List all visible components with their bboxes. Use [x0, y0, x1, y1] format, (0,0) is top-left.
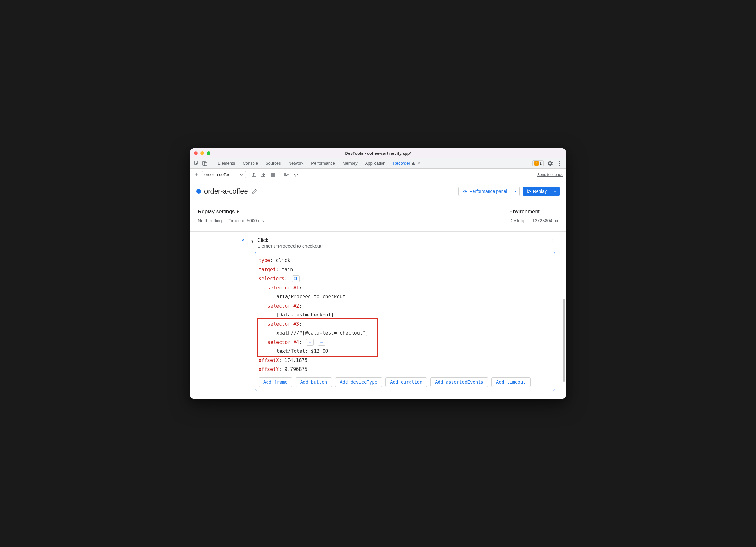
replay-button[interactable]: Replay [523, 187, 551, 196]
performance-panel-dropdown[interactable] [511, 187, 520, 196]
replay-dropdown[interactable] [551, 187, 560, 196]
replay-settings-label: Replay settings [198, 209, 235, 215]
traffic-lights [194, 151, 210, 155]
add-duration-button[interactable]: Add duration [385, 377, 427, 387]
svg-point-4 [559, 163, 560, 164]
svg-point-6 [296, 176, 296, 176]
scrollbar-thumb[interactable] [563, 299, 565, 382]
replay-settings-detail: No throttling Timeout: 5000 ms [198, 218, 264, 223]
close-window-button[interactable] [194, 151, 198, 155]
warning-count: 1 [539, 161, 542, 166]
sel3-key: selector #3 [267, 321, 299, 327]
selector-1-row: selector #1: [259, 283, 552, 293]
add-timeout-button[interactable]: Add timeout [491, 377, 531, 387]
tab-more[interactable]: » [424, 158, 434, 168]
target-val[interactable]: main [282, 267, 293, 273]
selector-2-val[interactable]: [data-test=checkout] [259, 310, 552, 320]
selector-4-val[interactable]: text/Total: $12.00 [259, 347, 552, 356]
selector-3-val[interactable]: xpath///*[@data-test="checkout"] [259, 329, 552, 338]
play-slow-icon[interactable] [283, 172, 290, 178]
tab-performance[interactable]: Performance [307, 158, 339, 168]
tab-close-icon[interactable]: × [418, 161, 420, 166]
tab-application[interactable]: Application [361, 158, 389, 168]
add-assertedevents-button[interactable]: Add assertedEvents [430, 377, 488, 387]
selector-2-row: selector #2: [259, 302, 552, 311]
playback-group [281, 171, 302, 178]
recording-header-left: order-a-coffee [196, 187, 258, 195]
add-properties-row: Add frame Add button Add deviceType Add … [259, 377, 552, 387]
delete-icon[interactable] [270, 172, 276, 178]
separator [529, 218, 529, 223]
tab-recorder[interactable]: Recorder × [389, 158, 424, 168]
gauge-icon [462, 189, 467, 194]
warning-icon: ! [534, 161, 539, 166]
step-target-row: target: main [259, 265, 552, 274]
selector-4-row: selector #4: + − [259, 338, 552, 347]
target-key: target [259, 267, 276, 273]
performance-panel-group: Performance panel [458, 187, 520, 196]
tab-memory[interactable]: Memory [339, 158, 361, 168]
selector-3-row: selector #3: [259, 320, 552, 329]
device-toolbar-icon[interactable] [202, 160, 208, 167]
step-header: ▼ Click Element "Proceed to checkout" ⋮ [242, 235, 558, 249]
environment-settings: Environment Desktop 1372×804 px [509, 209, 558, 223]
toolbar-right: ! 1 [529, 160, 566, 167]
add-button-button[interactable]: Add button [296, 377, 332, 387]
svg-point-3 [559, 161, 560, 162]
offsety-val[interactable]: 9.796875 [284, 366, 307, 372]
export-icon[interactable] [251, 172, 257, 178]
tab-console[interactable]: Console [239, 158, 262, 168]
maximize-window-button[interactable] [207, 151, 210, 155]
minimize-window-button[interactable] [200, 151, 204, 155]
selector-picker-icon[interactable] [292, 275, 300, 282]
timeline-line [244, 232, 244, 238]
tab-sources[interactable]: Sources [262, 158, 285, 168]
step-selectors-row: selectors: [259, 274, 552, 283]
tab-recorder-label: Recorder [393, 161, 410, 166]
environment-detail: Desktop 1372×804 px [509, 218, 558, 223]
import-icon[interactable] [260, 172, 267, 178]
tab-network[interactable]: Network [285, 158, 308, 168]
tab-elements[interactable]: Elements [214, 158, 239, 168]
recording-header: order-a-coffee Performance panel Replay [190, 181, 566, 202]
settings-gear-icon[interactable] [547, 160, 553, 167]
devtools-tabbar: Elements Console Sources Network Perform… [190, 158, 566, 169]
inspect-element-icon[interactable] [193, 160, 200, 167]
offsetx-key: offsetX [259, 358, 279, 363]
add-frame-button[interactable]: Add frame [259, 377, 292, 387]
selector-1-val[interactable]: aria/Proceed to checkout [259, 292, 552, 302]
edit-title-icon[interactable] [251, 188, 258, 195]
recording-select[interactable]: order-a-coffee [202, 171, 246, 178]
step-more-icon[interactable]: ⋮ [548, 238, 558, 245]
offsetx-val[interactable]: 174.1875 [284, 358, 307, 363]
replay-settings-title[interactable]: Replay settings [198, 209, 264, 215]
remove-selector-button[interactable]: − [318, 339, 325, 346]
performance-panel-label: Performance panel [469, 189, 507, 194]
recording-indicator-icon [196, 189, 201, 194]
step-body: type: click target: main selectors: sele… [255, 252, 555, 391]
titlebar: DevTools - coffee-cart.netlify.app/ [190, 148, 566, 158]
caret-right-icon [237, 210, 239, 213]
step-title-block: Click Element "Proceed to checkout" [257, 238, 545, 249]
devtools-window: DevTools - coffee-cart.netlify.app/ Elem… [190, 148, 566, 399]
step-expand-caret[interactable]: ▼ [251, 239, 254, 243]
kebab-menu-icon[interactable] [556, 160, 563, 167]
type-val[interactable]: click [276, 258, 290, 263]
sel4-key: selector #4 [267, 339, 299, 345]
replay-label: Replay [533, 189, 547, 194]
performance-panel-button[interactable]: Performance panel [458, 187, 511, 196]
add-devicetype-button[interactable]: Add deviceType [335, 377, 382, 387]
step-over-icon[interactable] [293, 172, 299, 178]
recorder-toolbar: + order-a-coffee Send feedback [190, 169, 566, 181]
step-subtitle: Element "Proceed to checkout" [257, 243, 545, 249]
recording-title: order-a-coffee [204, 187, 248, 195]
send-feedback-link[interactable]: Send feedback [537, 173, 563, 177]
chevron-down-icon [240, 174, 243, 176]
scrollbar[interactable] [562, 232, 565, 399]
step-type-row: type: click [259, 256, 552, 265]
warnings-badge[interactable]: ! 1 [532, 160, 544, 166]
caret-down-icon [514, 190, 517, 192]
add-selector-button[interactable]: + [306, 339, 314, 346]
throttling-value: No throttling [198, 218, 222, 223]
new-recording-icon[interactable]: + [193, 172, 200, 178]
